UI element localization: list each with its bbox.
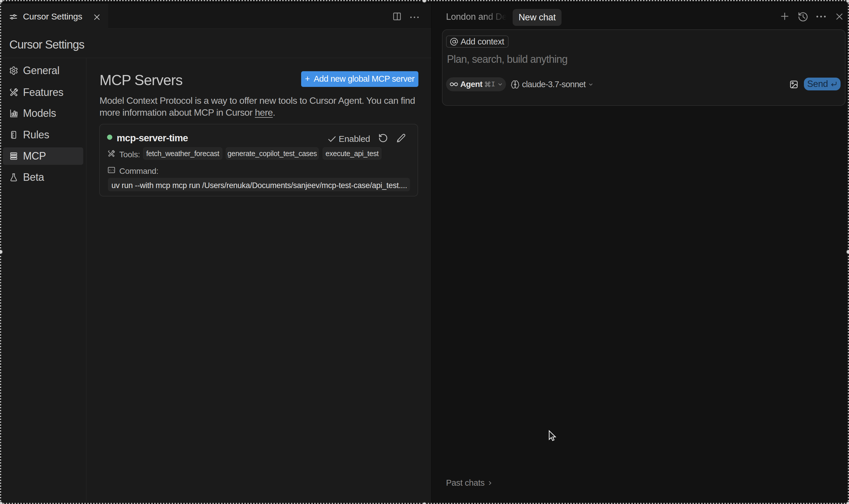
svg-text:C:\: C:\ (109, 169, 114, 172)
